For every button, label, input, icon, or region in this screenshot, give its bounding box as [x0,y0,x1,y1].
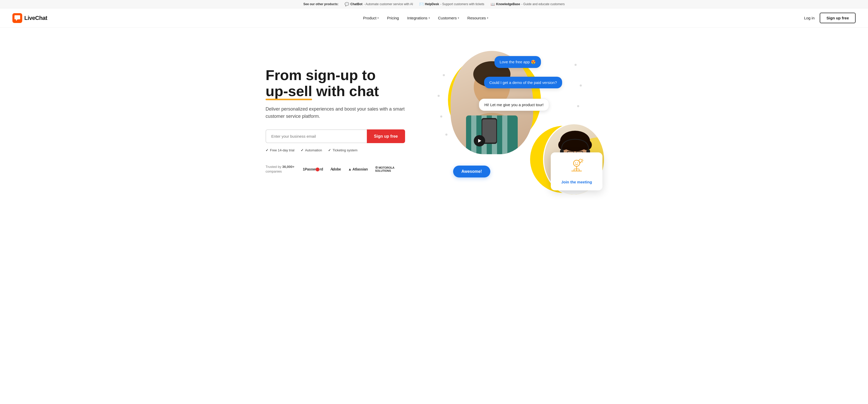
feature-automation: ✓ Automation [301,148,322,152]
chat-bubble-3-text: Hi! Let me give you a product tour! [485,102,544,107]
trusted-section: Trusted by 36,000+companies 1Passw⬤rd 𝔸d… [266,164,405,174]
meeting-svg [567,159,586,177]
feature-list: ✓ Free 14-day trial ✓ Automation ✓ Ticke… [266,148,405,152]
check-icon-3: ✓ [328,148,331,152]
check-icon-2: ✓ [301,148,304,152]
brand-1password: 1Passw⬤rd [303,167,323,171]
helpdesk-desc: - Support customers with tickets [440,2,484,6]
play-button[interactable] [474,135,485,147]
signup-header-button[interactable]: Sign up free [820,13,856,23]
svg-point-17 [579,159,582,162]
nav-customers-label: Customers [438,16,457,20]
dot-2 [438,95,440,97]
join-meeting-text[interactable]: Join the meeting [561,180,592,184]
awesome-button[interactable]: Awesome! [453,165,490,178]
logo-link[interactable]: LiveChat [12,13,47,23]
integrations-chevron-icon: ▾ [429,17,430,19]
svg-rect-5 [471,116,476,154]
signup-form: Sign up free [266,129,405,143]
hero-title-upsel: up-sell [266,83,312,99]
svg-point-12 [575,162,576,163]
trusted-label: Trusted by 36,000+companies [266,164,294,174]
hero-section: From sign-up to up-sell with chat Delive… [253,28,615,209]
helpdesk-name: HelpDesk [425,2,439,6]
top-banner: See our other products: 💬 ChatBot - Auto… [0,0,868,8]
dot-4 [575,64,577,66]
meeting-card: Join the meeting [551,152,602,190]
play-icon [478,139,481,143]
knowledgebase-link[interactable]: 📖 KnowledgeBase - Guide and educate cust… [491,2,565,6]
chat-bubble-2-text: Could I get a demo of the paid version? [489,80,557,85]
hero-subtitle: Deliver personalized experiences and boo… [266,105,405,120]
nav-pricing-label: Pricing [387,16,399,20]
chatbot-link[interactable]: 💬 ChatBot - Automate customer service wi… [345,2,413,6]
nav-integrations[interactable]: Integrations ▾ [407,16,430,20]
chatbot-icon: 💬 [345,2,349,6]
dot-7 [445,133,447,135]
customers-chevron-icon: ▾ [458,17,459,19]
nav-integrations-label: Integrations [407,16,427,20]
knowledgebase-icon: 📖 [491,2,495,6]
hero-right: Love the free app 😍 Could I get a demo o… [427,43,602,198]
brand-adobe: 𝔸dobe [331,167,341,171]
nav-product-label: Product [363,16,377,20]
helpdesk-link[interactable]: ✉️ HelpDesk - Support customers with tic… [419,2,485,6]
header-actions: Log in Sign up free [804,13,856,23]
chatbot-desc: - Automate customer service with AI [364,2,413,6]
form-signup-button[interactable]: Sign up free [367,129,405,143]
feature-ticketing: ✓ Ticketing system [328,148,357,152]
brand-atlassian: ▲ Atlassian [348,167,368,171]
nav-product[interactable]: Product ▾ [363,16,379,20]
svg-line-19 [582,159,583,160]
dot-6 [577,105,579,107]
nav-resources[interactable]: Resources ▾ [467,16,488,20]
chat-bubble-1-text: Love the free app 😍 [500,60,536,64]
dot-1 [443,74,445,76]
banner-label: See our other products: [303,2,338,6]
product-chevron-icon: ▾ [377,17,379,19]
main-nav: Product ▾ Pricing Integrations ▾ Custome… [363,16,488,20]
nav-pricing[interactable]: Pricing [387,16,399,20]
knowledgebase-desc: - Guide and educate customers [521,2,564,6]
logo-text: LiveChat [24,15,47,22]
brand-logos: 1Passw⬤rd 𝔸dobe ▲ Atlassian ⦿ MOTOROLASO… [303,166,395,172]
dot-5 [580,85,582,87]
chat-bubble-2: Could I get a demo of the paid version? [484,77,562,88]
dot-3 [440,116,442,118]
nav-resources-label: Resources [467,16,486,20]
login-button[interactable]: Log in [804,16,814,20]
feature-trial: ✓ Free 14-day trial [266,148,294,152]
svg-point-13 [578,162,578,163]
email-input[interactable] [266,129,367,143]
hero-title-line1: From sign-up to [266,67,376,83]
nav-customers[interactable]: Customers ▾ [438,16,459,20]
svg-rect-8 [502,116,507,154]
brand-motorola: ⦿ MOTOROLASOLUTIONS [375,166,395,172]
resources-chevron-icon: ▾ [487,17,488,19]
chat-bubble-3: Hi! Let me give you a product tour! [479,99,549,111]
meeting-icon [567,159,586,177]
chatbot-name: ChatBot [350,2,363,6]
svg-line-21 [582,162,583,162]
hero-title: From sign-up to up-sell with chat [266,67,405,99]
helpdesk-icon: ✉️ [419,2,424,6]
knowledgebase-name: KnowledgeBase [496,2,520,6]
check-icon-1: ✓ [266,148,269,152]
chat-bubble-1: Love the free app 😍 [494,56,541,68]
livechat-logo-icon [12,13,22,23]
hero-left: From sign-up to up-sell with chat Delive… [266,67,405,174]
header: LiveChat Product ▾ Pricing Integrations … [0,8,868,28]
